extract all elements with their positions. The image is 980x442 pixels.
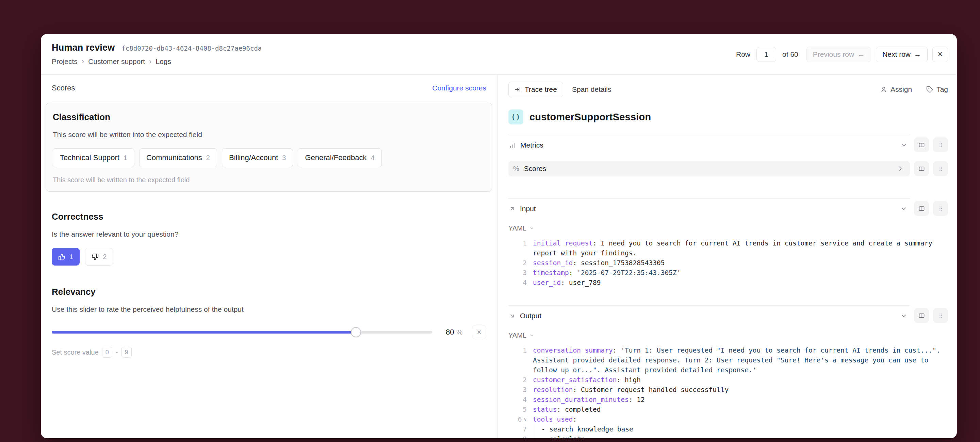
breadcrumb-projects[interactable]: Projects [52,57,78,66]
chevron-down-icon[interactable] [900,205,907,212]
metrics-section: Metrics [508,135,948,153]
line-number-gutter: 6∨ [508,415,528,424]
input-row[interactable]: Input [508,198,910,217]
code-line: 1conversation_summary: 'Turn 1: User req… [508,345,948,375]
line-number: 8 [523,434,527,438]
open-in-panel-button[interactable] [914,161,929,176]
open-in-panel-button[interactable] [914,201,929,216]
relevancy-slider[interactable] [52,327,432,337]
code-text: timestamp: '2025-07-29T22:35:43.305Z' [528,268,948,278]
user-icon [880,86,887,93]
panel-columns-icon [918,312,925,319]
code-line: 6∨tools_used: [508,415,948,424]
range-dash: - [116,349,118,356]
code-text: - search_knowledge_base [528,424,948,434]
open-in-panel-button[interactable] [914,137,929,152]
open-in-panel-button[interactable] [914,308,929,323]
trace-panel: Trace tree Span details Assign Tag () cu… [498,75,957,438]
tag-button[interactable]: Tag [926,86,948,93]
header-left: Human review fc8d0720-db43-4624-8408-d8c… [52,43,262,66]
trace-toolbar: Trace tree Span details Assign Tag [508,82,948,97]
code-line: 2customer_satisfaction: high [508,375,948,385]
correctness-description: Is the answer relevant to your question? [52,230,486,238]
breadcrumb-logs[interactable]: Logs [156,57,171,66]
chevron-right-icon[interactable] [897,165,904,172]
line-number: 4 [523,278,527,288]
chevron-right-icon: › [82,57,84,66]
fold-chevron-icon[interactable]: ∨ [524,415,527,424]
drag-handle-button[interactable] [933,137,948,152]
metrics-row[interactable]: Metrics [508,135,910,153]
span-header: () customerSupportSession [508,109,948,124]
slider-thumb[interactable] [351,327,361,337]
previous-row-button[interactable]: Previous row ← [807,47,871,62]
breadcrumb-customer-support[interactable]: Customer support [88,57,145,66]
scores-panel: Scores Configure scores Classification T… [41,75,498,438]
thumbs-up-button[interactable]: 1 [52,248,80,266]
line-number: 3 [523,385,527,395]
span-scores-row[interactable]: % Scores [508,161,910,176]
panel-columns-icon [918,142,925,148]
trace-tree-button[interactable]: Trace tree [508,82,563,97]
tag-icon [926,86,933,93]
code-line: 5status: completed [508,405,948,415]
slider-fill [52,331,356,334]
close-button[interactable]: ✕ [932,47,948,62]
option-general-feedback-button[interactable]: General/Feedback 4 [298,148,382,167]
metrics-label: Metrics [520,141,543,149]
classification-footer: This score will be written to the expect… [53,176,485,184]
shortcut-badge: 2 [206,154,210,162]
score-range-row: Set score value 0 - 9 [52,347,486,358]
grip-dots-icon [938,166,943,172]
row-number-input[interactable] [756,47,776,62]
thumbs-down-icon [92,253,99,260]
line-number: 2 [523,258,527,268]
option-communications-button[interactable]: Communications 2 [139,148,217,167]
input-code-block: 1initial_request: I need you to search f… [508,238,948,288]
shortcut-badge: 1 [124,154,127,162]
output-format-select[interactable]: YAML [508,331,534,339]
classification-card: Classification This score will be writte… [46,103,492,192]
tab-span-details[interactable]: Span details [572,86,611,93]
code-line: 3resolution: Customer request handled su… [508,385,948,395]
grip-dots-icon [938,206,943,211]
shortcut-badge: 3 [282,154,286,162]
output-row[interactable]: Output [508,305,910,324]
input-format-select[interactable]: YAML [508,224,534,232]
slider-value: 80% [446,328,463,337]
clear-score-button[interactable]: ✕ [472,325,486,339]
relevancy-section: Relevancy Use this slider to rate the pe… [41,287,497,358]
classification-title: Classification [53,112,485,122]
chevron-down-icon[interactable] [900,312,907,319]
line-number-gutter: 4 [508,278,528,288]
line-number-gutter: 5 [508,405,528,415]
line-number: 7 [523,424,527,434]
code-line: 2session_id: session_1753828543305 [508,258,948,268]
line-number: 5 [523,405,527,415]
line-number: 4 [523,395,527,405]
code-text: session_duration_minutes: 12 [528,395,948,405]
option-billing-account-button[interactable]: Billing/Account 3 [222,148,293,167]
thumbs-up-icon [58,253,65,260]
trace-id: fc8d0720-db43-4624-8408-d8c27ae96cda [121,44,262,52]
row-label: Row [736,50,750,59]
span-name: customerSupportSession [530,111,651,123]
assign-button[interactable]: Assign [880,86,912,93]
range-max-badge: 9 [121,347,132,358]
close-icon: ✕ [937,50,943,58]
chevron-down-icon[interactable] [900,142,907,149]
drag-handle-button[interactable] [933,201,948,216]
input-section: Input [508,198,948,217]
line-number-gutter: 4 [508,395,528,405]
modal-header: Human review fc8d0720-db43-4624-8408-d8c… [41,34,957,75]
thumbs-down-button[interactable]: 2 [85,248,113,266]
drag-handle-button[interactable] [933,308,948,323]
page-title: Human review [52,43,115,53]
next-row-button[interactable]: Next row → [876,47,928,62]
correctness-buttons: 1 2 [52,248,486,266]
drag-handle-button[interactable] [933,161,948,176]
configure-scores-link[interactable]: Configure scores [432,84,486,92]
code-text: conversation_summary: 'Turn 1: User requ… [528,345,948,375]
option-technical-support-button[interactable]: Technical Support 1 [53,148,134,167]
chevron-right-icon: › [149,57,151,66]
